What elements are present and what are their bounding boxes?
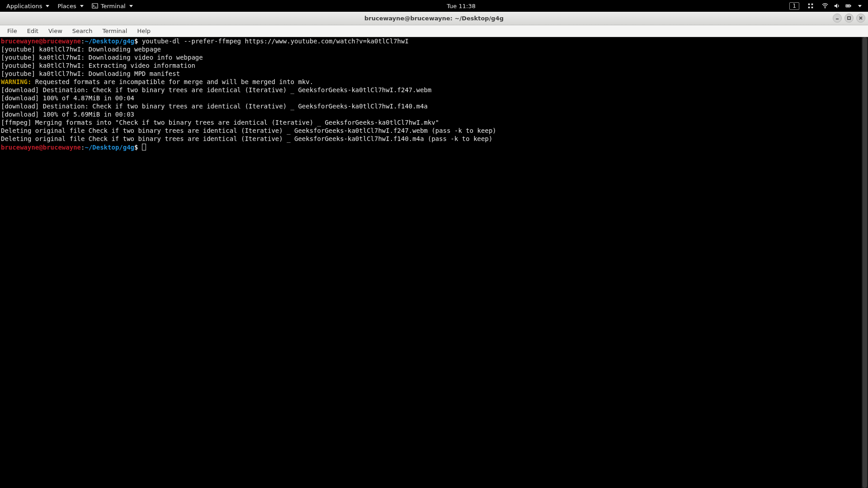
workspace-number: 1: [789, 2, 799, 10]
prompt-path: ~/Desktop/g4g: [85, 144, 134, 151]
svg-rect-0: [92, 4, 98, 9]
caret-down-icon: [46, 5, 49, 7]
svg-rect-8: [850, 5, 851, 7]
workspace-indicator[interactable]: 1: [786, 1, 803, 11]
menu-view[interactable]: View: [44, 26, 67, 36]
command-text: youtube-dl --prefer-ffmpeg https://www.y…: [138, 38, 408, 45]
tray-app-icon[interactable]: [804, 1, 817, 10]
window-minimize-button[interactable]: [833, 14, 842, 23]
clock[interactable]: Tue 11:38: [137, 3, 786, 9]
active-app-label: Terminal: [101, 3, 126, 9]
window-maximize-button[interactable]: [844, 14, 854, 23]
places-label: Places: [57, 3, 76, 9]
svg-rect-9: [846, 5, 849, 7]
volume-icon: [834, 3, 840, 9]
applications-menu[interactable]: Applications: [3, 1, 53, 11]
prompt-path: ~/Desktop/g4g: [85, 38, 134, 45]
output-line: [youtube] ka0tlCl7hwI: Downloading webpa…: [1, 46, 161, 53]
menu-terminal-label: Terminal: [102, 28, 127, 34]
menu-terminal[interactable]: Terminal: [98, 26, 132, 36]
status-area[interactable]: [818, 1, 865, 10]
svg-rect-5: [811, 7, 813, 9]
output-line: [download] Destination: Check if two bin…: [1, 103, 428, 110]
output-line: Deleting original file Check if two bina…: [1, 127, 496, 134]
output-line: [youtube] ka0tlCl7hwI: Downloading video…: [1, 54, 203, 61]
minimize-icon: [835, 16, 840, 20]
terminal-viewport[interactable]: brucewayne@brucewayne:~/Desktop/g4g$ you…: [0, 37, 868, 488]
output-line: [youtube] ka0tlCl7hwI: Downloading MPD m…: [1, 70, 180, 77]
menu-edit-label: Edit: [27, 28, 38, 34]
places-menu[interactable]: Places: [54, 1, 87, 11]
svg-point-6: [825, 7, 826, 8]
battery-icon: [845, 3, 852, 9]
output-line: Deleting original file Check if two bina…: [1, 135, 492, 142]
applications-label: Applications: [6, 3, 42, 9]
output-line: [download] Destination: Check if two bin…: [1, 86, 431, 94]
window-close-button[interactable]: [856, 14, 865, 23]
scrollbar-thumb[interactable]: [863, 37, 867, 488]
active-app-menu[interactable]: Terminal: [88, 1, 137, 11]
wifi-icon: [822, 3, 828, 9]
gnome-top-bar: Applications Places Terminal Tue 11:38 1: [0, 0, 868, 12]
output-line: [download] 100% of 4.87MiB in 00:04: [1, 94, 134, 102]
menu-help-label: Help: [137, 28, 151, 34]
caret-down-icon: [858, 5, 862, 7]
maximize-icon: [847, 16, 851, 20]
warning-text: Requested formats are incompatible for m…: [31, 78, 313, 85]
svg-rect-11: [848, 17, 850, 19]
caret-down-icon: [129, 5, 133, 7]
menu-search-label: Search: [72, 28, 93, 34]
terminal-menubar: File Edit View Search Terminal Help: [0, 25, 868, 37]
output-line: [download] 100% of 5.69MiB in 00:03: [1, 111, 134, 118]
svg-rect-3: [811, 4, 813, 5]
terminal-output[interactable]: brucewayne@brucewayne:~/Desktop/g4g$ you…: [0, 37, 868, 151]
terminal-cursor: [142, 144, 146, 150]
clock-label: Tue 11:38: [447, 3, 476, 9]
output-line: [ffmpeg] Merging formats into "Check if …: [1, 119, 439, 126]
warning-label: WARNING:: [1, 78, 31, 85]
terminal-icon: [92, 3, 98, 9]
window-title: brucewayne@brucewayne: ~/Desktop/g4g: [364, 15, 504, 22]
grid-icon: [807, 3, 814, 9]
menu-file-label: File: [7, 28, 17, 34]
svg-rect-2: [808, 4, 810, 5]
close-icon: [859, 16, 863, 20]
prompt-user: brucewayne@brucewayne: [1, 144, 81, 151]
menu-view-label: View: [48, 28, 62, 34]
svg-rect-4: [808, 7, 810, 9]
caret-down-icon: [80, 5, 84, 7]
prompt-user: brucewayne@brucewayne: [1, 38, 81, 45]
vertical-scrollbar[interactable]: [862, 37, 868, 488]
menu-file[interactable]: File: [3, 26, 22, 36]
menu-help[interactable]: Help: [132, 26, 155, 36]
output-line: [youtube] ka0tlCl7hwI: Extracting video …: [1, 62, 195, 69]
window-titlebar: brucewayne@brucewayne: ~/Desktop/g4g: [0, 12, 868, 25]
prompt-space: [138, 144, 142, 151]
menu-search[interactable]: Search: [68, 26, 97, 36]
menu-edit[interactable]: Edit: [23, 26, 43, 36]
